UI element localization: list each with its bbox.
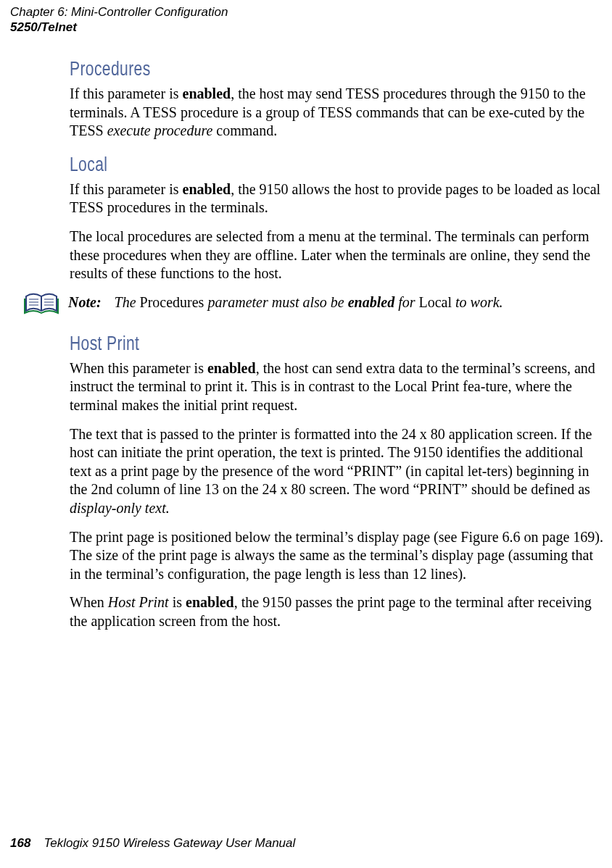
local-body-2: The local procedures are selected from a… xyxy=(70,228,606,283)
local-body-1: If this parameter is enabled, the 9150 a… xyxy=(70,180,606,217)
hostprint-body-4: When Host Print is enabled, the 9150 pas… xyxy=(70,593,606,630)
text-italic: execute procedure xyxy=(107,122,213,138)
text-bold: enabled xyxy=(183,181,231,197)
text: If this parameter is xyxy=(70,181,183,197)
text: The text that is passed to the printer i… xyxy=(70,426,592,498)
text-bold: enabled xyxy=(207,360,256,376)
note-row: Note:The Procedures parameter must also … xyxy=(23,293,606,320)
text-upright: Local xyxy=(419,294,452,310)
hostprint-body-1: When this parameter is enabled, the host… xyxy=(70,359,606,415)
note-text: Note:The Procedures parameter must also … xyxy=(68,293,503,312)
running-header: Chapter 6: Mini-Controller Configuration… xyxy=(10,4,228,36)
header-topic: 5250/Telnet xyxy=(10,20,228,35)
text: When this parameter is xyxy=(70,360,207,376)
text-bold: enabled xyxy=(186,594,234,610)
text-bold: enabled xyxy=(183,85,231,101)
heading-procedures: Procedures xyxy=(70,58,488,80)
text: for xyxy=(394,294,418,310)
text-bold-italic: enabled xyxy=(348,294,394,310)
heading-host-print: Host Print xyxy=(70,333,488,355)
heading-local: Local xyxy=(70,154,488,176)
page: Chapter 6: Mini-Controller Configuration… xyxy=(0,0,612,868)
note-label: Note: xyxy=(68,294,102,310)
footer-title: Teklogix 9150 Wireless Gateway User Manu… xyxy=(44,836,295,850)
hostprint-body-3: The print page is positioned below the t… xyxy=(70,528,606,584)
text: command. xyxy=(212,122,277,138)
hostprint-body-2: The text that is passed to the printer i… xyxy=(70,425,606,518)
content-area: Procedures If this parameter is enabled,… xyxy=(70,58,606,630)
page-number: 168 xyxy=(10,836,30,850)
text: to work. xyxy=(452,294,503,310)
header-chapter: Chapter 6: Mini-Controller Configuration xyxy=(10,4,228,20)
text: When xyxy=(70,594,108,610)
text: parameter must also be xyxy=(204,294,347,310)
text: is xyxy=(169,594,186,610)
footer: 168Teklogix 9150 Wireless Gateway User M… xyxy=(10,836,295,851)
book-icon xyxy=(23,292,61,320)
text-italic: display-only text. xyxy=(70,500,170,516)
text-italic: Host Print xyxy=(108,594,169,610)
procedures-body: If this parameter is enabled, the host m… xyxy=(70,85,606,141)
text: If this parameter is xyxy=(70,85,183,101)
text-upright: Procedures xyxy=(140,294,204,310)
text: The xyxy=(115,294,140,310)
